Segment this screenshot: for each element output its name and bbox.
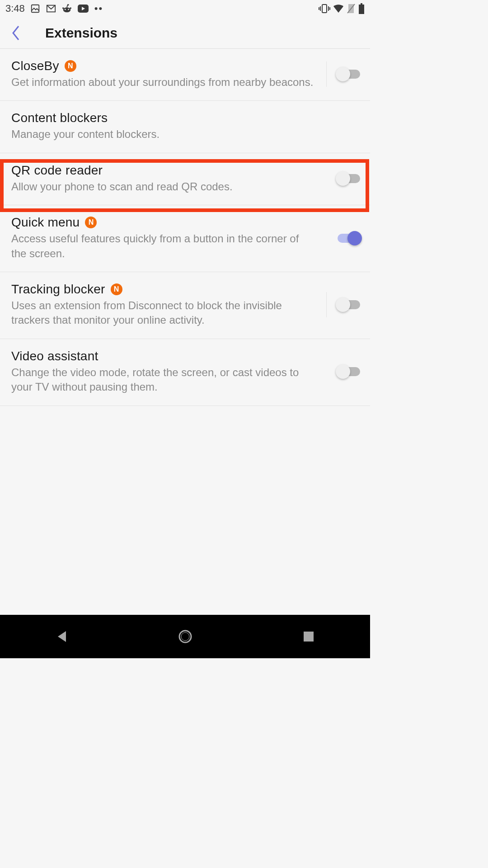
item-title-row: CloseByN (11, 59, 315, 73)
extension-item[interactable]: Tracking blockerNUses an extension from … (0, 272, 370, 339)
extensions-list: CloseByNGet information about your surro… (0, 49, 370, 406)
status-time: 3:48 (5, 3, 25, 14)
wifi-icon (333, 4, 344, 13)
item-title-row: Content blockers (11, 111, 349, 125)
status-left: 3:48 •• (5, 3, 103, 14)
item-title-row: Tracking blockerN (11, 282, 315, 297)
status-right (319, 3, 365, 14)
svg-point-14 (181, 632, 189, 641)
toggle-knob (336, 297, 350, 312)
toggle-knob (336, 171, 350, 186)
extension-item[interactable]: Video assistantChange the video mode, ro… (0, 339, 370, 406)
svg-point-7 (67, 4, 69, 6)
toggle-knob (336, 364, 350, 379)
item-title: Tracking blocker (11, 282, 105, 297)
item-description: Manage your content blockers. (11, 127, 349, 142)
toggle-knob (347, 231, 362, 245)
svg-rect-12 (359, 5, 364, 14)
toggle-switch[interactable] (338, 300, 360, 309)
svg-rect-15 (304, 632, 314, 642)
item-text: CloseByNGet information about your surro… (11, 59, 326, 90)
toggle-cell (327, 226, 360, 251)
item-text: Quick menuNAccess useful features quickl… (11, 215, 327, 261)
item-description: Allow your phone to scan and read QR cod… (11, 179, 316, 194)
item-description: Change the video mode, rotate the screen… (11, 365, 316, 395)
svg-rect-9 (322, 5, 327, 13)
more-icon: •• (94, 3, 103, 14)
svg-point-2 (63, 7, 71, 12)
item-title: Video assistant (11, 349, 98, 363)
svg-point-4 (68, 9, 69, 10)
item-title-row: QR code reader (11, 163, 316, 178)
item-description: Access useful features quickly from a bu… (11, 231, 316, 261)
new-badge-icon: N (65, 60, 76, 72)
new-badge-icon: N (111, 283, 122, 295)
battery-icon (358, 3, 365, 14)
item-title: Quick menu (11, 215, 80, 230)
extension-item[interactable]: CloseByNGet information about your surro… (0, 49, 370, 101)
item-text: QR code readerAllow your phone to scan a… (11, 163, 327, 194)
item-title-row: Video assistant (11, 349, 316, 363)
gmail-icon (46, 4, 56, 14)
nav-back-button[interactable] (39, 623, 84, 650)
android-nav-bar (0, 615, 370, 658)
toggle-knob (336, 67, 350, 81)
vibrate-icon (319, 4, 330, 14)
item-title: Content blockers (11, 111, 108, 125)
no-sim-icon (347, 3, 356, 14)
svg-point-6 (70, 7, 71, 9)
toggle-switch[interactable] (338, 234, 360, 243)
reddit-icon (62, 4, 72, 14)
item-title: QR code reader (11, 163, 103, 178)
svg-rect-0 (32, 5, 39, 13)
toggle-cell (326, 61, 360, 87)
item-text: Content blockersManage your content bloc… (11, 111, 360, 142)
item-text: Video assistantChange the video mode, ro… (11, 349, 327, 395)
nav-home-button[interactable] (163, 623, 208, 650)
toggle-switch[interactable] (338, 367, 360, 376)
photos-icon (30, 4, 40, 14)
new-badge-icon: N (85, 217, 97, 228)
svg-point-5 (62, 7, 64, 9)
app-bar: Extensions (0, 17, 370, 49)
nav-recents-button[interactable] (286, 623, 331, 650)
svg-rect-11 (361, 3, 362, 5)
extension-item[interactable]: Content blockersManage your content bloc… (0, 101, 370, 153)
item-description: Get information about your surroundings … (11, 75, 315, 90)
toggle-cell (327, 166, 360, 191)
page-title: Extensions (45, 25, 117, 41)
back-button[interactable] (5, 22, 27, 44)
svg-point-3 (65, 9, 66, 10)
item-description: Uses an extension from Disconnect to blo… (11, 298, 315, 328)
toggle-cell (326, 292, 360, 317)
extension-item[interactable]: QR code readerAllow your phone to scan a… (0, 153, 370, 205)
toggle-cell (327, 359, 360, 384)
toggle-switch[interactable] (338, 174, 360, 183)
status-bar: 3:48 •• (0, 0, 370, 17)
item-title: CloseBy (11, 59, 59, 73)
extension-item[interactable]: Quick menuNAccess useful features quickl… (0, 205, 370, 272)
item-title-row: Quick menuN (11, 215, 316, 230)
item-text: Tracking blockerNUses an extension from … (11, 282, 326, 328)
youtube-icon (77, 4, 89, 13)
toggle-switch[interactable] (338, 70, 360, 79)
